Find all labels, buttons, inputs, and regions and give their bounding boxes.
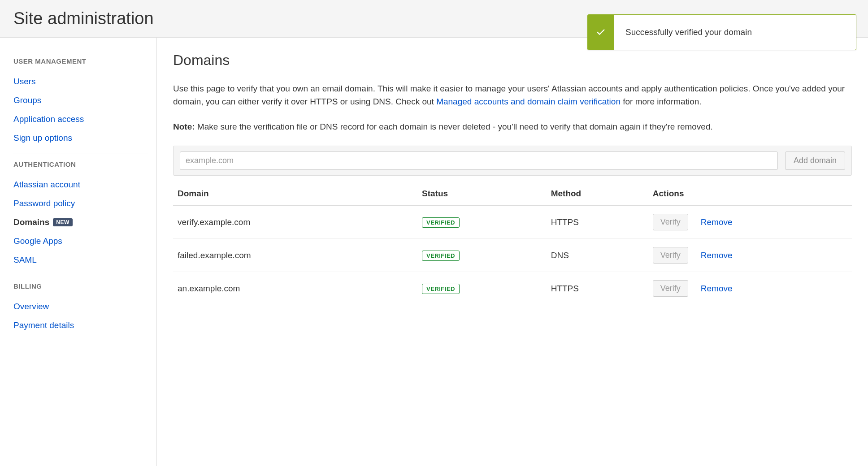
col-domain: Domain (173, 182, 417, 206)
sidebar-item-application-access[interactable]: Application access (13, 110, 148, 129)
sidebar-item-users[interactable]: Users (13, 72, 148, 91)
add-domain-row: Add domain (173, 146, 852, 176)
verify-button[interactable]: Verify (653, 280, 688, 297)
cell-actions: Verify Remove (648, 239, 852, 272)
header: Site administration Successfully verifie… (0, 0, 868, 38)
sidebar-item-domains[interactable]: Domains NEW (13, 213, 148, 232)
status-badge: VERIFIED (422, 251, 460, 261)
col-status: Status (417, 182, 547, 206)
badge-new: NEW (53, 218, 73, 226)
sidebar-item-sign-up-options[interactable]: Sign up options (13, 129, 148, 147)
remove-link[interactable]: Remove (701, 251, 733, 260)
sidebar-item-password-policy[interactable]: Password policy (13, 194, 148, 213)
sidebar-item-overview[interactable]: Overview (13, 297, 148, 316)
domain-input[interactable] (180, 151, 778, 170)
help-link[interactable]: Managed accounts and domain claim verifi… (436, 97, 621, 106)
divider (13, 153, 148, 153)
sidebar-item-atlassian-account[interactable]: Atlassian account (13, 175, 148, 194)
table-row: failed.example.com VERIFIED DNS Verify R… (173, 239, 852, 272)
cell-domain: verify.example.com (173, 206, 417, 239)
verify-button[interactable]: Verify (653, 247, 688, 264)
sidebar-heading-user-management: USER MANAGEMENT (13, 51, 148, 65)
sidebar-heading-authentication: AUTHENTICATION (13, 154, 148, 168)
sidebar-heading-billing: BILLING (13, 276, 148, 290)
add-domain-button[interactable]: Add domain (785, 151, 845, 170)
main-heading: Domains (173, 52, 852, 69)
col-method: Method (547, 182, 648, 206)
remove-link[interactable]: Remove (701, 217, 733, 227)
cell-domain: failed.example.com (173, 239, 417, 272)
table-row: verify.example.com VERIFIED HTTPS Verify… (173, 206, 852, 239)
divider (13, 275, 148, 275)
toast-message: Successfully verified your domain (614, 15, 764, 50)
toast-success: Successfully verified your domain (587, 14, 856, 50)
sidebar-item-google-apps[interactable]: Google Apps (13, 232, 148, 251)
cell-actions: Verify Remove (648, 272, 852, 305)
cell-actions: Verify Remove (648, 206, 852, 239)
sidebar-item-saml[interactable]: SAML (13, 251, 148, 269)
check-icon (588, 15, 614, 50)
remove-link[interactable]: Remove (701, 284, 733, 294)
domains-table: Domain Status Method Actions verify.exam… (173, 182, 852, 305)
main-content: Domains Use this page to verify that you… (157, 38, 868, 466)
status-badge: VERIFIED (422, 284, 460, 294)
sidebar: USER MANAGEMENT Users Groups Application… (0, 38, 157, 466)
cell-status: VERIFIED (417, 239, 547, 272)
col-actions: Actions (648, 182, 852, 206)
verify-button[interactable]: Verify (653, 214, 688, 230)
cell-domain: an.example.com (173, 272, 417, 305)
cell-method: DNS (547, 239, 648, 272)
sidebar-item-payment-details[interactable]: Payment details (13, 316, 148, 335)
cell-status: VERIFIED (417, 272, 547, 305)
cell-method: HTTPS (547, 272, 648, 305)
status-badge: VERIFIED (422, 217, 460, 228)
description-text: Use this page to verify that you own an … (173, 82, 852, 108)
cell-status: VERIFIED (417, 206, 547, 239)
table-row: an.example.com VERIFIED HTTPS Verify Rem… (173, 272, 852, 305)
cell-method: HTTPS (547, 206, 648, 239)
sidebar-item-groups[interactable]: Groups (13, 91, 148, 110)
note-text: Note: Make sure the verification file or… (173, 120, 852, 133)
sidebar-item-label: Domains (13, 217, 49, 227)
